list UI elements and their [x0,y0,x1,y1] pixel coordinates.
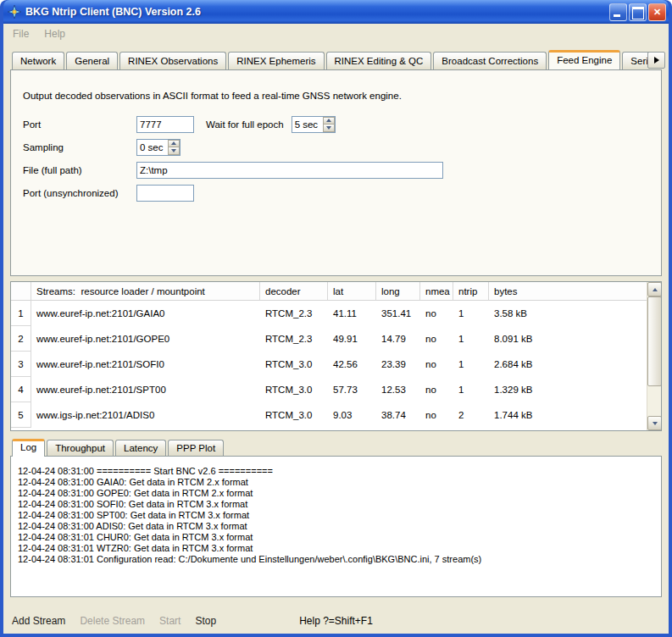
cell-lat: 41.11 [328,301,376,326]
feed-engine-description: Output decoded observations in ASCII for… [23,91,656,101]
column-header-mountpoint[interactable]: Streams: resource loader / mountpoint [31,282,260,300]
bottom-tab-latency[interactable]: Latency [115,440,166,456]
scrollbar-thumb[interactable] [647,296,662,386]
cell-nmea: no [420,352,453,377]
tab-scroll-right-button[interactable] [647,52,665,69]
sampling-spinner[interactable]: 0 sec [136,139,180,156]
port-unsync-input[interactable] [136,185,194,202]
table-row[interactable]: 3www.euref-ip.net:2101/SOFI0RTCM_3.042.5… [11,352,647,377]
table-row[interactable]: 1www.euref-ip.net:2101/GAIA0RTCM_2.341.1… [11,301,647,326]
tab-serial-ou[interactable]: Serial Ou [622,52,650,69]
cell-nmea: no [420,326,453,352]
cell-decoder: RTCM_3.0 [260,352,328,377]
close-button[interactable] [648,3,666,21]
column-header-ntrip[interactable]: ntrip [453,282,489,300]
table-row[interactable]: 5www.igs-ip.net:2101/ADIS0RTCM_3.09.0338… [11,402,647,428]
cell-lat: 9.03 [328,402,376,428]
app-window: BKG Ntrip Client (BNC) Version 2.6 File … [0,0,672,637]
cell-long: 12.53 [376,377,420,402]
column-header-nmea[interactable]: nmea [420,282,453,300]
maximize-button[interactable] [629,3,647,21]
minimize-button[interactable] [609,3,627,21]
cell-mountpoint: www.euref-ip.net:2101/SPT00 [31,377,260,402]
file-path-input[interactable] [136,162,443,179]
column-header-decoder[interactable]: decoder [260,282,328,300]
table-row[interactable]: 2www.euref-ip.net:2101/GOPE0RTCM_2.349.9… [11,326,647,352]
file-path-label: File (full path) [23,165,136,175]
footer-buttons: Add StreamDelete StreamStartStop [12,615,230,627]
tab-general[interactable]: General [66,52,118,69]
port-input[interactable] [136,116,194,133]
cell-num: 5 [11,402,31,428]
port-unsync-row: Port (unsynchronized) [23,184,656,202]
menu-bar: File Help [3,24,669,44]
cell-ntrip: 2 [453,402,489,428]
cell-mountpoint: www.euref-ip.net:2101/GOPE0 [31,326,260,352]
tab-broadcast-corrections[interactable]: Broadcast Corrections [433,52,547,69]
tab-rinex-editing-qc[interactable]: RINEX Editing & QC [326,52,432,69]
streams-table: Streams: resource loader / mountpointdec… [10,281,662,431]
bottom-tab-log[interactable]: Log [12,439,45,457]
port-label: Port [23,119,136,130]
log-line: 12-04-24 08:31:00 ADIS0: Get data in RTC… [18,521,656,532]
scroll-down-button[interactable] [647,416,662,430]
cell-mountpoint: www.igs-ip.net:2101/ADIS0 [31,402,260,428]
column-header-num[interactable] [11,282,31,300]
cell-lat: 42.56 [328,352,376,377]
help-button[interactable]: Help ?=Shift+F1 [299,615,373,627]
table-row[interactable]: 4www.euref-ip.net:2101/SPT00RTCM_3.057.7… [11,377,647,402]
spin-up-button[interactable] [323,117,335,125]
log-line: 12-04-24 08:31:00 GOPE0: Get data in RTC… [18,488,656,499]
tab-feed-engine[interactable]: Feed Engine [548,50,620,69]
cell-decoder: RTCM_2.3 [260,326,328,352]
footer-bar: Add StreamDelete StreamStartStop Help ?=… [12,612,660,634]
delete-stream-button[interactable]: Delete Stream [80,615,145,627]
start-button[interactable]: Start [159,615,180,627]
port-unsync-label: Port (unsynchronized) [23,188,136,198]
app-icon [8,5,21,19]
cell-bytes: 3.58 kB [489,301,647,326]
cell-ntrip: 1 [453,352,489,377]
log-line: 12-04-24 08:31:00 GAIA0: Get data in RTC… [18,477,656,488]
title-bar[interactable]: BKG Ntrip Client (BNC) Version 2.6 [3,0,669,24]
window-controls [609,3,666,21]
wait-epoch-spinner[interactable]: 5 sec [292,116,336,133]
cell-mountpoint: www.euref-ip.net:2101/SOFI0 [31,352,260,377]
arrow-down-icon [326,126,331,130]
bottom-tab-throughput[interactable]: Throughput [47,440,114,456]
log-line: 12-04-24 08:31:01 WTZR0: Get data in RTC… [18,543,656,554]
arrow-down-icon [653,422,658,425]
cell-bytes: 8.091 kB [489,326,647,352]
arrow-up-icon [171,141,176,145]
spin-down-button[interactable] [323,124,335,132]
column-header-bytes[interactable]: bytes [489,282,647,300]
cell-num: 3 [11,352,31,377]
cell-decoder: RTCM_3.0 [260,402,328,428]
cell-decoder: RTCM_3.0 [260,377,328,402]
cell-long: 14.79 [376,326,420,352]
menu-file[interactable]: File [13,28,29,40]
cell-nmea: no [420,402,453,428]
scroll-up-button[interactable] [647,282,662,296]
stop-button[interactable]: Stop [195,615,216,627]
spin-up-button[interactable] [168,140,180,147]
column-header-lat[interactable]: lat [328,282,376,300]
cell-long: 38.74 [376,402,420,428]
column-header-long[interactable]: long [376,282,420,300]
spin-down-button[interactable] [168,147,180,155]
vertical-scrollbar[interactable] [647,282,661,430]
cell-num: 2 [11,326,31,352]
log-line: 12-04-24 08:31:00 SPT00: Get data in RTC… [18,510,656,521]
cell-long: 23.39 [376,352,420,377]
log-line: 12-04-24 08:31:01 Configuration read: C:… [18,554,656,565]
menu-help[interactable]: Help [44,28,65,40]
streams-table-body: 1www.euref-ip.net:2101/GAIA0RTCM_2.341.1… [11,301,647,428]
tab-rinex-observations[interactable]: RINEX Observations [119,52,226,69]
wait-epoch-value: 5 sec [292,117,323,132]
add-stream-button[interactable]: Add Stream [12,615,65,627]
bottom-tab-ppp-plot[interactable]: PPP Plot [168,440,224,456]
log-line: 12-04-24 08:31:01 CHUR0: Get data in RTC… [18,532,656,543]
cell-num: 4 [11,377,31,402]
tab-rinex-ephemeris[interactable]: RINEX Ephemeris [228,52,324,69]
tab-network[interactable]: Network [12,52,64,69]
